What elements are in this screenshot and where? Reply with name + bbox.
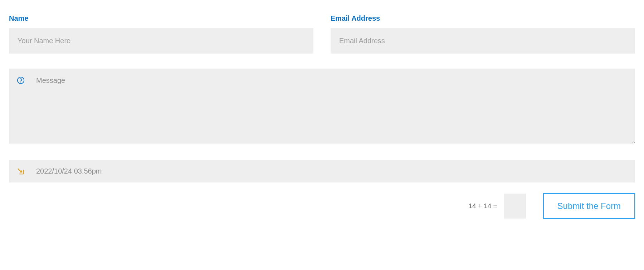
email-input[interactable] — [331, 28, 635, 54]
message-textarea[interactable] — [9, 69, 635, 144]
name-input[interactable] — [9, 28, 313, 54]
captcha-input[interactable] — [504, 194, 526, 219]
datetime-input[interactable] — [9, 160, 635, 182]
email-label: Email Address — [331, 14, 635, 22]
submit-button[interactable]: Submit the Form — [543, 193, 635, 219]
name-label: Name — [9, 14, 313, 22]
captcha-question: 14 + 14 = — [468, 202, 497, 210]
